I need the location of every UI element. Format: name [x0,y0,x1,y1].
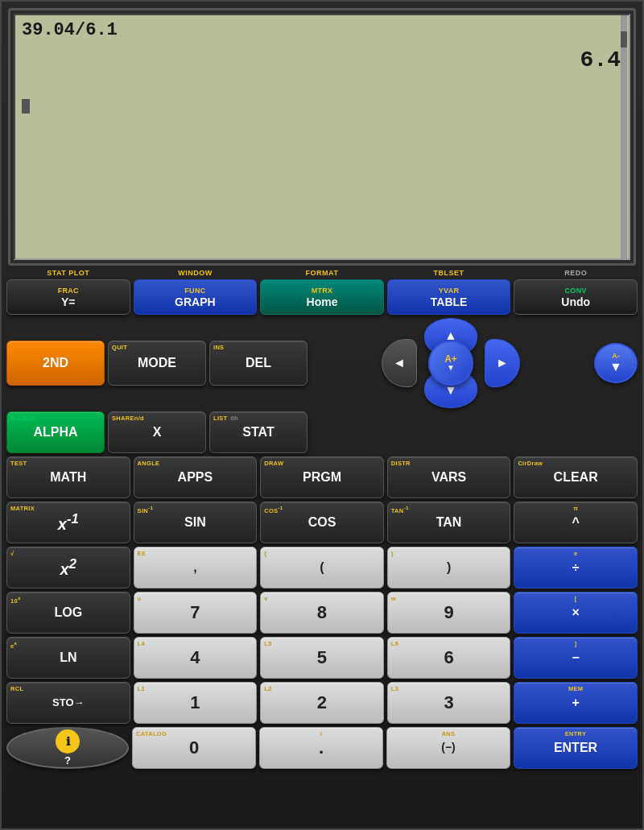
row2: A-LOCK ALPHA SHAREn/d X LIST 0h STAT [6,411,638,453]
label-redo: Redo [564,269,587,277]
home-top-label: MTRX [312,287,333,295]
stat-0h-label: 0h [230,415,237,422]
rparen-button[interactable]: } ) [387,547,511,588]
label-stat-plot: STAT PLOT [47,269,89,277]
math-top-label: TEST [10,460,126,467]
eight-button[interactable]: v 8 [260,592,384,634]
tan-button[interactable]: TAN-1 TAN [387,502,511,543]
nav-left-button[interactable]: ◄ [382,339,417,387]
two-button[interactable]: L2 2 [260,682,384,724]
stat-button[interactable]: LIST 0h STAT [209,411,308,453]
eight-main-label: 8 [317,603,327,622]
add-top-label: MEM [518,685,634,692]
three-main-label: 3 [444,693,453,712]
math-button[interactable]: TEST MATH [6,456,130,498]
nav-center-button[interactable]: A+ ▼ [428,341,473,386]
ln-top-label: ex [10,640,126,650]
log-button[interactable]: 10x LOG [6,592,130,634]
row2-side-spacer [594,411,638,453]
caret-main-label: ^ [572,515,580,530]
dot-top-label: i [263,730,379,737]
label-format: FORMAT [306,269,339,277]
apps-button[interactable]: ANGLE APPS [134,456,258,498]
prgm-button[interactable]: DRAW PRGM [260,456,384,498]
one-main-label: 1 [190,693,200,712]
alpha-button[interactable]: A-LOCK ALPHA [6,411,105,453]
nav-updown-block: ▲ A+ ▼ ▼ [419,318,483,408]
sub-button[interactable]: ] − [514,637,638,679]
sin-top-label: SIN-1 [138,505,254,514]
three-top-label: L3 [391,685,507,692]
del-button[interactable]: INS DEL [209,341,308,386]
row2-spacer [311,411,591,453]
one-top-label: L1 [138,685,254,692]
a-minus-button[interactable]: A- ▼ [594,343,638,383]
nav-right-button[interactable]: ► [485,339,520,387]
alpha-top-label: A-LOCK [10,415,101,422]
func-btn-undo: Redo [514,269,638,278]
lparen-button[interactable]: { ( [260,547,384,588]
ln-main-label: LN [60,650,76,665]
x2-top-label: √ [10,550,126,557]
undo-main-label: Undo [561,295,590,308]
zero-button[interactable]: CATALOG 0 [132,727,256,769]
enter-button[interactable]: ENTRY ENTER [514,727,638,769]
cos-main-label: COS [308,515,336,530]
div-button[interactable]: e ÷ [514,547,638,588]
row5: √ x2 EE , { ( } ) e ÷ [6,547,638,588]
screen-scrollbar[interactable] [621,15,627,258]
y-eq-button[interactable]: FRAC Y= [6,279,130,315]
caret-button[interactable]: π ^ [514,502,638,543]
six-button[interactable]: L6 6 [387,637,511,679]
vars-button[interactable]: DISTR VARS [387,456,511,498]
neg-button[interactable]: ANS (−) [386,727,510,769]
sto-button[interactable]: RCL STO→ [6,682,130,724]
six-main-label: 6 [444,648,453,667]
screen-container: 39.04/6.1 6.4 [8,8,636,266]
question-label: ? [64,754,71,766]
sub-main-label: − [572,650,580,665]
nine-button[interactable]: w 9 [387,592,511,634]
add-button[interactable]: MEM + [514,682,638,724]
comma-button[interactable]: EE , [134,547,258,588]
four-top-label: L4 [138,640,254,647]
x-button[interactable]: SHAREn/d X [108,411,206,453]
mode-main-label: MODE [138,356,176,370]
graph-button[interactable]: FUNC GRAPH [134,279,258,315]
home-button[interactable]: MTRX Home [260,279,384,315]
xinv-button[interactable]: MATRIX x-1 [6,502,130,543]
four-button[interactable]: L4 4 [134,637,258,679]
table-top-label: YVAR [439,287,460,295]
seven-button[interactable]: u 7 [134,592,258,634]
buttons-area: STAT PLOT WINDOW FORMAT TBLSET Redo FRAC… [2,266,642,775]
two-top-label: L2 [264,685,380,692]
nav-right-arrow: ► [496,356,509,370]
div-main-label: ÷ [572,560,580,575]
x2-button[interactable]: √ x2 [6,547,130,588]
five-button[interactable]: L5 5 [260,637,384,679]
cos-button[interactable]: COS-1 COS [260,502,384,543]
label-window: WINDOW [178,269,213,277]
dot-button[interactable]: i . [259,727,383,769]
row4: MATRIX x-1 SIN-1 SIN COS-1 COS TAN-1 TAN… [6,502,638,543]
six-top-label: L6 [391,640,507,647]
clear-top-label: ClrDraw [518,460,634,467]
x2-main-label: x2 [60,557,76,578]
ln-button[interactable]: ex LN [6,637,130,679]
tan-main-label: TAN [436,515,462,530]
table-button[interactable]: YVAR TABLE [387,279,511,315]
sin-button[interactable]: SIN-1 SIN [134,502,258,543]
enter-top-label: ENTRY [518,730,634,737]
mul-button[interactable]: [ × [514,592,638,634]
2nd-button[interactable]: 2ND [6,341,105,386]
info-button[interactable]: ℹ ? [6,727,129,769]
seven-main-label: 7 [190,603,200,622]
comma-top-label: EE [138,550,254,557]
screen-scrollbar-thumb[interactable] [621,31,627,47]
nav-center-bottom-label: ▼ [447,364,455,372]
mode-button[interactable]: QUIT MODE [108,341,206,386]
one-button[interactable]: L1 1 [134,682,258,724]
undo-button[interactable]: CONV Undo [514,279,638,315]
clear-button[interactable]: ClrDraw CLEAR [514,456,638,498]
three-button[interactable]: L3 3 [387,682,511,724]
